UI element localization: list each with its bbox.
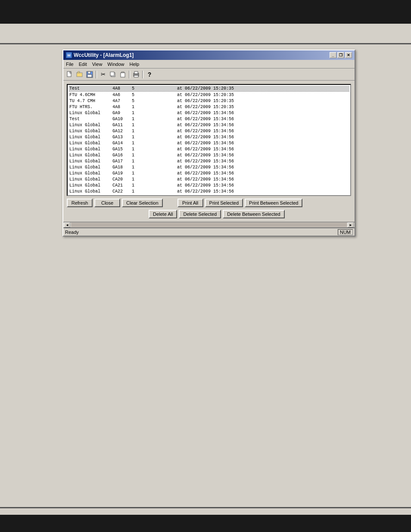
menu-window[interactable]: Window (105, 61, 127, 68)
button-row-1: Refresh Close Clear Selection Print All … (67, 199, 351, 207)
log-row[interactable]: Linux GlobalGA91at 06/22/2009 15:34:56 (68, 110, 349, 116)
log-row[interactable]: TestGA101at 06/22/2009 15:34:56 (68, 116, 349, 122)
svg-rect-5 (87, 75, 92, 77)
log-row[interactable]: Linux GlobalGA151at 06/22/2009 15:34:56 (68, 146, 349, 152)
print-selected-button[interactable]: Print Selected (205, 199, 243, 207)
menu-bar: File Edit View Window Help (63, 60, 355, 68)
toolbar-paste-button[interactable] (118, 70, 128, 79)
log-row[interactable]: Linux GlobalCA221at 06/22/2009 15:34:56 (68, 188, 349, 194)
toolbar-sep-1 (96, 71, 97, 78)
svg-marker-2 (77, 72, 80, 73)
close-btn[interactable]: Close (94, 199, 120, 207)
app-icon: W (66, 52, 72, 58)
title-bar: W WccUtility - [AlarmLog1] _ ❐ ✕ (63, 50, 355, 60)
menu-help[interactable]: Help (127, 61, 142, 68)
log-row[interactable]: FTU 4.6CMH4A65at 06/22/2009 15:20:35 (68, 92, 349, 98)
separator-bottom (0, 507, 411, 508)
toolbar-cut-button[interactable]: ✂ (98, 70, 108, 79)
log-row[interactable]: Linux GlobalGA111at 06/22/2009 15:34:56 (68, 122, 349, 128)
menu-view[interactable]: View (90, 61, 105, 68)
top-bar (0, 0, 411, 24)
svg-rect-11 (134, 72, 138, 74)
scroll-right-button[interactable]: ► (348, 222, 354, 227)
bottom-bar (0, 515, 411, 532)
clear-selection-button[interactable]: Clear Selection (122, 199, 163, 207)
status-text: Ready (65, 230, 79, 235)
svg-rect-9 (121, 73, 125, 77)
svg-rect-7 (110, 72, 114, 76)
scroll-left-button[interactable]: ◄ (64, 222, 70, 227)
button-row-2: Delete All Delete Selected Delete Betwee… (67, 210, 351, 218)
content-area: Test4A85at 06/22/2009 15:20:35FTU 4.6CMH… (63, 81, 355, 222)
toolbar-help-button[interactable]: ? (145, 70, 154, 79)
main-window: W WccUtility - [AlarmLog1] _ ❐ ✕ File Ed… (62, 50, 355, 236)
log-row[interactable]: Linux GlobalGA181at 06/22/2009 15:34:56 (68, 164, 349, 170)
toolbar-sep-3 (142, 71, 143, 78)
horizontal-scrollbar[interactable]: ◄ ► (63, 222, 355, 228)
log-row[interactable]: Linux GlobalCA231at 06/22/2009 15:34:56 (68, 194, 349, 196)
delete-selected-button[interactable]: Delete Selected (179, 210, 221, 218)
scroll-track[interactable] (71, 223, 347, 227)
toolbar-sep-2 (129, 71, 130, 78)
close-button[interactable]: ✕ (345, 52, 352, 58)
menu-file[interactable]: File (63, 61, 76, 68)
svg-rect-12 (134, 75, 138, 77)
print-all-button[interactable]: Print All (177, 199, 203, 207)
svg-rect-4 (88, 72, 90, 74)
toolbar: ✂ ? (63, 68, 355, 81)
log-row[interactable]: Linux GlobalGA161at 06/22/2009 15:34:56 (68, 152, 349, 158)
status-bar: Ready NUM (63, 228, 355, 236)
log-row[interactable]: Linux GlobalCA211at 06/22/2009 15:34:56 (68, 182, 349, 188)
log-row[interactable]: Linux GlobalGA191at 06/22/2009 15:34:56 (68, 170, 349, 176)
delete-all-button[interactable]: Delete All (149, 210, 177, 218)
log-row[interactable]: FTU HTRS.4A81at 06/22/2009 15:20:35 (68, 104, 349, 110)
minimize-button[interactable]: _ (330, 52, 336, 58)
toolbar-open-button[interactable] (75, 70, 84, 79)
separator-top (0, 43, 411, 44)
restore-button[interactable]: ❐ (337, 52, 344, 58)
log-row[interactable]: Test4A85at 06/22/2009 15:20:35 (68, 86, 349, 92)
toolbar-copy-button[interactable] (108, 70, 118, 79)
refresh-button[interactable]: Refresh (67, 199, 93, 207)
status-num: NUM (338, 229, 353, 235)
log-row[interactable]: Linux GlobalCA201at 06/22/2009 15:34:56 (68, 176, 349, 182)
delete-between-selected-button[interactable]: Delete Between Selected (223, 210, 285, 218)
log-row[interactable]: Linux GlobalGA171at 06/22/2009 15:34:56 (68, 158, 349, 164)
window-title: WccUtility - [AlarmLog1] (74, 52, 134, 58)
page-background: W WccUtility - [AlarmLog1] _ ❐ ✕ File Ed… (0, 0, 411, 532)
log-row[interactable]: Linux GlobalGA121at 06/22/2009 15:34:56 (68, 128, 349, 134)
log-list: Test4A85at 06/22/2009 15:20:35FTU 4.6CMH… (68, 85, 350, 196)
log-row[interactable]: TU 4.7 CMH4A75at 06/22/2009 15:20:35 (68, 98, 349, 104)
menu-edit[interactable]: Edit (76, 61, 90, 68)
log-row[interactable]: Linux GlobalGA141at 06/22/2009 15:34:56 (68, 140, 349, 146)
print-between-selected-button[interactable]: Print Between Selected (245, 199, 302, 207)
log-list-container[interactable]: Test4A85at 06/22/2009 15:20:35FTU 4.6CMH… (67, 84, 351, 196)
toolbar-new-button[interactable] (65, 70, 75, 79)
log-row[interactable]: Linux GlobalGA131at 06/22/2009 15:34:56 (68, 134, 349, 140)
toolbar-save-button[interactable] (85, 70, 94, 79)
title-controls: _ ❐ ✕ (330, 52, 352, 58)
title-bar-left: W WccUtility - [AlarmLog1] (66, 52, 134, 58)
svg-rect-1 (77, 73, 82, 77)
toolbar-print-button[interactable] (131, 70, 141, 79)
